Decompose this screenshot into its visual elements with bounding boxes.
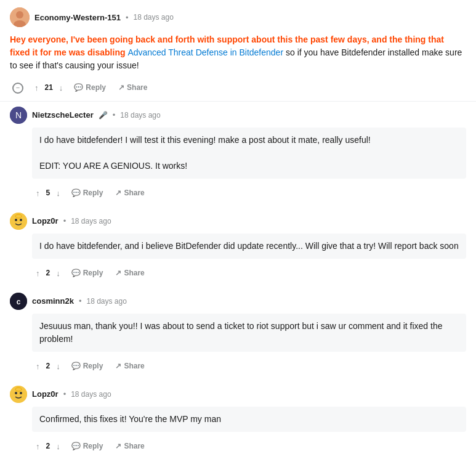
cosminn-upvote[interactable]: ↑ bbox=[32, 359, 44, 373]
cosminn-votes: 2 bbox=[46, 362, 50, 370]
reply-label: Reply bbox=[83, 269, 103, 277]
reply-icon: 💬 bbox=[71, 362, 81, 370]
nietzsche-actions: ↑ 5 ↓ 💬 Reply ↗ Share bbox=[32, 184, 466, 205]
lopz0r-1-text: I do have bitdefender, and i believe Bit… bbox=[32, 234, 466, 259]
svg-point-14 bbox=[15, 388, 22, 391]
downvote-icon: ↓ bbox=[59, 83, 63, 92]
lopz0r-1-actions: ↑ 2 ↓ 💬 Reply ↗ Share bbox=[32, 264, 466, 285]
post-separator: • bbox=[126, 13, 129, 22]
reply-icon: 💬 bbox=[71, 269, 81, 277]
post-timestamp: 18 days ago bbox=[133, 13, 173, 22]
lopz0r-2-timestamp: 18 days ago bbox=[71, 390, 111, 399]
downvote-icon: ↓ bbox=[56, 362, 60, 371]
lopz0r-2-downvote[interactable]: ↓ bbox=[52, 439, 64, 452]
lopz0r-2-reply-button[interactable]: 💬 Reply bbox=[67, 439, 108, 451]
nietzsche-share-button[interactable]: ↗ Share bbox=[110, 186, 149, 200]
reply-icon: 💬 bbox=[74, 83, 83, 92]
nietzsche-timestamp: 18 days ago bbox=[120, 111, 160, 120]
share-icon: ↗ bbox=[115, 362, 121, 370]
post-divider bbox=[0, 101, 476, 102]
svg-point-6 bbox=[15, 219, 17, 221]
nietzsche-downvote[interactable]: ↓ bbox=[52, 186, 64, 200]
cosminn-text: Jesuuus man, thank you!! I was about to … bbox=[32, 314, 466, 352]
nietzsche-reply-button[interactable]: 💬 Reply bbox=[67, 186, 108, 200]
svg-point-13 bbox=[20, 392, 22, 394]
comment-cosminn: c cosminn2k • 18 days ago Jesuuus man, t… bbox=[10, 293, 466, 378]
lopz0r-1-downvote[interactable]: ↓ bbox=[52, 266, 64, 280]
lopz0r-1-votes: 2 bbox=[46, 269, 50, 277]
lopz0r-1-username: Lopz0r bbox=[32, 216, 58, 226]
nietzsche-text: I do have bitdefender! I will test it th… bbox=[32, 128, 466, 179]
lopz0r-2-header: Lopz0r • 18 days ago bbox=[10, 386, 466, 403]
reply-icon: 💬 bbox=[71, 189, 81, 197]
lopz0r-1-body: I do have bitdefender, and i believe Bit… bbox=[32, 234, 466, 285]
svg-point-12 bbox=[15, 392, 17, 394]
cosminn-share-button[interactable]: ↗ Share bbox=[110, 359, 149, 373]
post-reply-button[interactable]: 💬 Reply bbox=[69, 81, 111, 94]
mic-icon: 🎤 bbox=[99, 111, 108, 120]
nietzsche-avatar: N bbox=[10, 107, 27, 124]
reply-label: Reply bbox=[86, 83, 106, 92]
cosminn-username: cosminn2k bbox=[32, 296, 74, 306]
lopz0r-1-reply-button[interactable]: 💬 Reply bbox=[67, 266, 108, 280]
share-icon: ↗ bbox=[115, 442, 121, 450]
upvote-icon: ↑ bbox=[34, 83, 39, 92]
cosminn-body: Jesuuus man, thank you!! I was about to … bbox=[32, 314, 466, 378]
lopz0r-2-actions: ↑ 2 ↓ 💬 Reply ↗ Share bbox=[32, 437, 466, 452]
cosminn-reply-button[interactable]: 💬 Reply bbox=[67, 359, 108, 373]
sep: • bbox=[63, 389, 67, 399]
post-vote-count: 21 bbox=[45, 83, 53, 92]
share-label: Share bbox=[124, 189, 144, 197]
main-post: Economy-Western-151 • 18 days ago Hey ev… bbox=[0, 0, 476, 101]
share-label: Share bbox=[124, 442, 144, 450]
post-action-bar: − ↑ 21 ↓ 💬 Reply ↗ Share bbox=[10, 77, 466, 101]
nietzsche-upvote[interactable]: ↑ bbox=[32, 186, 44, 200]
sep: • bbox=[79, 296, 82, 306]
cosminn-avatar: c bbox=[10, 293, 27, 310]
cosminn-timestamp: 18 days ago bbox=[86, 297, 126, 306]
lopz0r-1-timestamp: 18 days ago bbox=[71, 217, 111, 226]
svg-text:c: c bbox=[17, 298, 21, 306]
lopz0r-1-upvote[interactable]: ↑ bbox=[32, 266, 44, 280]
downvote-button[interactable]: ↓ bbox=[55, 81, 67, 95]
lopz0r-2-username: Lopz0r bbox=[32, 389, 58, 399]
lopz0r-2-avatar bbox=[10, 386, 27, 403]
svg-point-7 bbox=[20, 219, 22, 221]
upvote-button[interactable]: ↑ bbox=[31, 81, 42, 95]
post-link[interactable]: Advanced Threat Defense in Bitdefender bbox=[127, 47, 283, 57]
reply-icon: 💬 bbox=[71, 442, 81, 450]
lopz0r-2-text: Confirmed, this fixes it! You're the MVP… bbox=[32, 407, 466, 432]
lopz0r-2-upvote[interactable]: ↑ bbox=[32, 439, 44, 452]
reply-label: Reply bbox=[83, 442, 103, 450]
sep: • bbox=[63, 216, 67, 226]
collapse-button[interactable]: − bbox=[10, 79, 26, 96]
cosminn-downvote[interactable]: ↓ bbox=[52, 359, 64, 373]
share-icon: ↗ bbox=[118, 83, 124, 92]
comment-lopz0r-1: Lopz0r • 18 days ago I do have bitdefend… bbox=[10, 213, 466, 285]
cosminn-actions: ↑ 2 ↓ 💬 Reply ↗ Share bbox=[32, 357, 466, 378]
downvote-icon: ↓ bbox=[56, 189, 60, 198]
downvote-icon: ↓ bbox=[56, 269, 60, 278]
post-author-avatar bbox=[10, 7, 30, 27]
collapse-icon: − bbox=[12, 83, 23, 94]
svg-text:N: N bbox=[15, 110, 22, 120]
lopz0r-1-share-button[interactable]: ↗ Share bbox=[110, 266, 149, 280]
share-label: Share bbox=[124, 362, 144, 370]
lopz0r-2-votes: 2 bbox=[46, 442, 50, 450]
sep: • bbox=[113, 110, 116, 120]
post-text: Hey everyone, I've been going back and f… bbox=[10, 35, 462, 70]
post-header: Economy-Western-151 • 18 days ago bbox=[10, 7, 466, 27]
upvote-icon: ↑ bbox=[36, 442, 40, 451]
comment-thread: N NietzscheLecter 🎤 • 18 days ago I do h… bbox=[0, 107, 476, 452]
nietzsche-body: I do have bitdefender! I will test it th… bbox=[32, 128, 466, 205]
share-icon: ↗ bbox=[115, 189, 121, 197]
nietzsche-username: NietzscheLecter bbox=[32, 110, 94, 120]
lopz0r-2-body: Confirmed, this fixes it! You're the MVP… bbox=[32, 407, 466, 452]
upvote-icon: ↑ bbox=[36, 362, 40, 371]
post-share-button[interactable]: ↗ Share bbox=[113, 81, 152, 94]
reply-label: Reply bbox=[83, 189, 103, 197]
share-icon: ↗ bbox=[115, 269, 121, 277]
lopz0r-2-share-button[interactable]: ↗ Share bbox=[110, 439, 149, 451]
svg-point-1 bbox=[16, 11, 23, 18]
comment-nietzsche-header: N NietzscheLecter 🎤 • 18 days ago bbox=[10, 107, 466, 124]
